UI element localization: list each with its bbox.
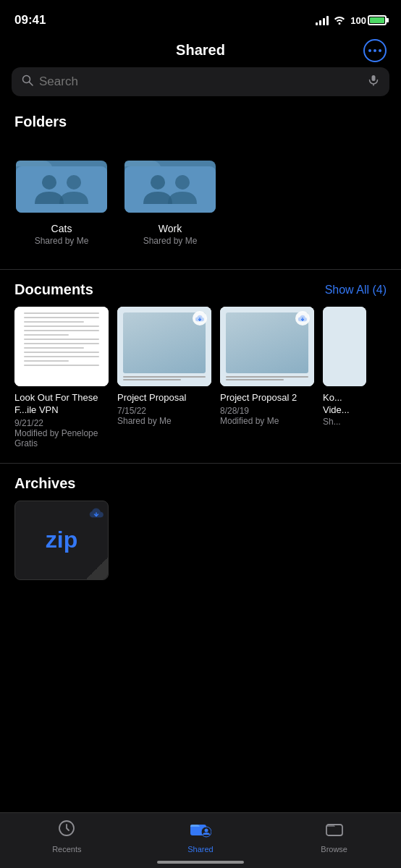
doc-proposal2-name: Project Proposal 2 [220, 392, 297, 404]
documents-section-title: Documents [14, 281, 93, 298]
svg-rect-9 [124, 166, 216, 213]
svg-rect-2 [372, 75, 376, 81]
documents-section: Documents Show All (4) [0, 270, 401, 463]
folder-work-icon [123, 145, 217, 217]
recents-icon [57, 819, 76, 842]
status-bar: 09:41 100 [0, 0, 401, 36]
tab-browse-label: Browse [321, 845, 347, 854]
archive-zip-item[interactable]: zip [14, 501, 109, 580]
microphone-icon[interactable] [368, 75, 379, 89]
tab-bar: Recents Shared Browse [0, 812, 401, 868]
signal-icon [316, 15, 329, 25]
status-icons: 100 [316, 14, 387, 27]
folder-work[interactable]: Work Shared by Me [123, 145, 217, 246]
shared-icon [190, 819, 211, 842]
folders-section-header: Folders [0, 108, 401, 139]
zip-thumb: zip [14, 501, 109, 580]
tab-recents[interactable]: Recents [38, 819, 96, 854]
svg-line-1 [30, 82, 33, 86]
folder-work-name: Work [159, 223, 182, 234]
page-header: Shared [0, 36, 401, 67]
doc-item-vpn[interactable]: Look Out For These F...ile VPN 9/21/22 M… [14, 307, 109, 448]
folders-section: Folders [0, 108, 401, 269]
home-indicator [157, 861, 244, 864]
doc-ko-name: Ko... Vide... [323, 392, 366, 417]
doc-vpn-date: 9/21/22 [14, 418, 43, 428]
folder-cats-subtitle: Shared by Me [35, 236, 89, 246]
doc-proposal1-name: Project Proposal [117, 392, 186, 404]
svg-rect-5 [16, 166, 107, 213]
folders-grid: Cats Shared by Me Work Shared by Me [0, 139, 401, 258]
svg-point-7 [67, 175, 81, 190]
wifi-icon [333, 14, 346, 27]
doc-proposal1-date: 7/15/22 [117, 406, 146, 416]
doc-item-ko[interactable]: Ko... Vide... Sh... [323, 307, 366, 448]
doc-thumb-proposal1 [117, 307, 211, 386]
doc-thumb-vpn [14, 307, 109, 386]
folder-cats[interactable]: Cats Shared by Me [14, 145, 109, 246]
doc-proposal2-date: 8/28/19 [220, 406, 249, 416]
search-bar[interactable] [12, 67, 389, 96]
status-time: 09:41 [14, 13, 46, 27]
svg-point-10 [151, 175, 165, 190]
folder-cats-icon [14, 145, 109, 217]
documents-scroll: Look Out For These F...ile VPN 9/21/22 M… [0, 307, 401, 463]
cloud-download-icon-2 [295, 311, 310, 326]
battery-icon: 100 [350, 15, 387, 26]
tab-browse[interactable]: Browse [305, 819, 363, 854]
doc-vpn-name: Look Out For These F...ile VPN [14, 392, 109, 417]
page-title: Shared [176, 42, 225, 59]
more-dots-icon [368, 49, 381, 52]
zip-label: zip [46, 527, 77, 553]
doc-ko-owner: Sh... [323, 417, 341, 427]
svg-point-18 [204, 829, 208, 833]
archives-section-header: Archives [0, 469, 401, 501]
doc-proposal1-owner: Shared by Me [117, 416, 172, 426]
doc-thumb-proposal2 [220, 307, 314, 386]
zip-cloud-icon [89, 506, 104, 520]
svg-point-11 [175, 175, 190, 190]
cloud-download-icon [193, 311, 207, 326]
doc-item-proposal2[interactable]: Project Proposal 2 8/28/19 Modified by M… [220, 307, 314, 448]
svg-point-6 [42, 175, 56, 190]
search-input[interactable] [39, 75, 362, 89]
more-options-button[interactable] [363, 39, 387, 62]
doc-thumb-ko [323, 307, 366, 386]
show-all-button[interactable]: Show All (4) [325, 284, 387, 297]
folder-cats-name: Cats [51, 223, 72, 234]
archives-section: Archives zip [0, 464, 401, 580]
browse-icon [325, 819, 344, 842]
folder-work-subtitle: Shared by Me [143, 236, 198, 246]
doc-vpn-owner: Modified by Penelope Gratis [14, 428, 109, 448]
search-icon [22, 75, 33, 89]
tab-shared-label: Shared [187, 845, 213, 854]
tab-recents-label: Recents [52, 845, 81, 854]
documents-header: Documents Show All (4) [0, 281, 401, 307]
doc-item-proposal1[interactable]: Project Proposal 7/15/22 Shared by Me [117, 307, 211, 448]
tab-shared[interactable]: Shared [172, 819, 229, 854]
doc-proposal2-owner: Modified by Me [220, 416, 279, 426]
